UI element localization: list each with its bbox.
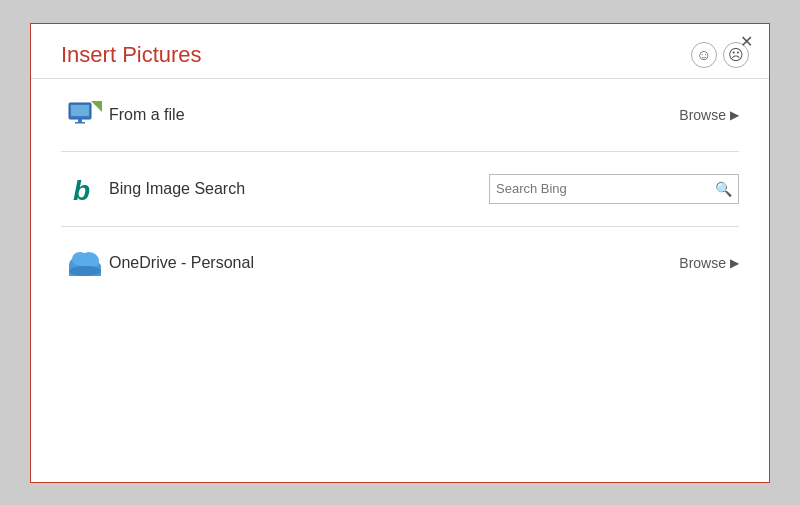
onedrive-icon [61, 249, 109, 277]
from-file-arrow: ▶ [730, 108, 739, 122]
bing-search-input[interactable] [496, 181, 715, 196]
onedrive-arrow: ▶ [730, 256, 739, 270]
insert-pictures-dialog: ✕ Insert Pictures ☺ ☹ [30, 23, 770, 483]
close-button[interactable]: ✕ [736, 32, 757, 52]
bing-icon-svg: b [71, 174, 99, 204]
dialog-title: Insert Pictures [61, 42, 202, 68]
onedrive-icon-svg [67, 249, 103, 277]
svg-point-10 [72, 252, 88, 266]
onedrive-browse[interactable]: Browse ▶ [679, 255, 739, 271]
onedrive-label: OneDrive - Personal [109, 254, 679, 272]
svg-text:↑: ↑ [94, 104, 98, 111]
from-file-browse[interactable]: Browse ▶ [679, 107, 739, 123]
content-area: ↑ From a file Browse ▶ b Bing Image Sear… [31, 79, 769, 482]
happy-feedback-icon[interactable]: ☺ [691, 42, 717, 68]
bing-search-magnifier-icon: 🔍 [715, 181, 732, 197]
svg-text:b: b [73, 175, 90, 204]
onedrive-row[interactable]: OneDrive - Personal Browse ▶ [61, 227, 739, 299]
bing-label: Bing Image Search [109, 180, 489, 198]
bing-icon: b [61, 174, 109, 204]
from-file-label: From a file [109, 106, 679, 124]
onedrive-browse-label: Browse [679, 255, 726, 271]
bing-search-action[interactable]: 🔍 [489, 174, 739, 204]
from-file-action[interactable]: Browse ▶ [679, 107, 739, 123]
onedrive-action[interactable]: Browse ▶ [679, 255, 739, 271]
svg-rect-2 [78, 119, 82, 122]
bing-search-row[interactable]: b Bing Image Search 🔍 [61, 152, 739, 227]
svg-rect-3 [75, 122, 85, 124]
bing-search-box[interactable]: 🔍 [489, 174, 739, 204]
file-icon-svg: ↑ [68, 101, 102, 129]
title-bar: Insert Pictures ☺ ☹ [31, 24, 769, 78]
svg-rect-1 [71, 105, 89, 116]
svg-point-12 [69, 266, 101, 276]
file-icon: ↑ [61, 101, 109, 129]
from-file-row[interactable]: ↑ From a file Browse ▶ [61, 79, 739, 152]
from-file-browse-label: Browse [679, 107, 726, 123]
